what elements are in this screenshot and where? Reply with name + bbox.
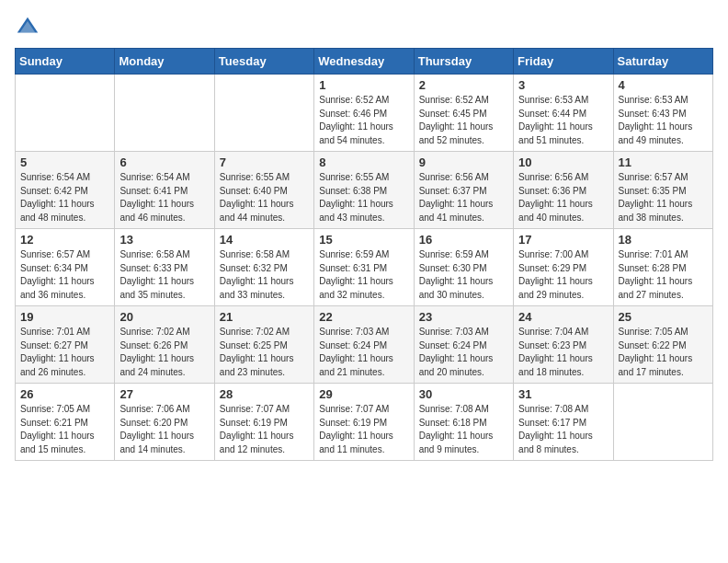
day-number: 5 — [20, 155, 109, 169]
day-number: 13 — [119, 233, 209, 247]
day-info: Sunrise: 7:04 AM Sunset: 6:23 PM Dayligh… — [518, 326, 608, 379]
calendar-cell: 13Sunrise: 6:58 AM Sunset: 6:33 PM Dayli… — [115, 229, 214, 306]
calendar-cell — [613, 384, 712, 461]
day-info: Sunrise: 7:02 AM Sunset: 6:26 PM Dayligh… — [119, 326, 209, 379]
day-info: Sunrise: 6:58 AM Sunset: 6:33 PM Dayligh… — [119, 248, 209, 302]
day-info: Sunrise: 7:01 AM Sunset: 6:28 PM Dayligh… — [619, 248, 708, 302]
day-info: Sunrise: 7:07 AM Sunset: 6:19 PM Dayligh… — [319, 403, 408, 456]
day-number: 18 — [619, 233, 708, 247]
calendar-cell: 26Sunrise: 7:05 AM Sunset: 6:21 PM Dayli… — [16, 384, 115, 461]
day-number: 3 — [518, 78, 608, 92]
calendar-cell: 1Sunrise: 6:52 AM Sunset: 6:46 PM Daylig… — [314, 75, 414, 152]
day-number: 26 — [20, 387, 109, 401]
day-info: Sunrise: 7:06 AM Sunset: 6:20 PM Dayligh… — [119, 403, 209, 456]
calendar-cell: 16Sunrise: 6:59 AM Sunset: 6:30 PM Dayli… — [414, 229, 513, 306]
calendar-week-3: 12Sunrise: 6:57 AM Sunset: 6:34 PM Dayli… — [16, 229, 713, 306]
day-number: 11 — [619, 155, 708, 169]
day-number: 4 — [619, 78, 708, 92]
calendar-cell: 11Sunrise: 6:57 AM Sunset: 6:35 PM Dayli… — [613, 152, 712, 229]
calendar-header-row: SundayMondayTuesdayWednesdayThursdayFrid… — [16, 49, 713, 75]
day-info: Sunrise: 6:54 AM Sunset: 6:42 PM Dayligh… — [20, 171, 109, 224]
day-info: Sunrise: 7:01 AM Sunset: 6:27 PM Dayligh… — [20, 326, 109, 379]
calendar-cell: 18Sunrise: 7:01 AM Sunset: 6:28 PM Dayli… — [613, 229, 712, 306]
calendar-cell: 3Sunrise: 6:53 AM Sunset: 6:44 PM Daylig… — [514, 75, 613, 152]
day-info: Sunrise: 7:00 AM Sunset: 6:29 PM Dayligh… — [518, 248, 608, 302]
day-number: 25 — [619, 310, 708, 324]
calendar-cell: 20Sunrise: 7:02 AM Sunset: 6:26 PM Dayli… — [115, 306, 214, 384]
day-info: Sunrise: 6:53 AM Sunset: 6:43 PM Dayligh… — [619, 94, 708, 147]
calendar-cell: 31Sunrise: 7:08 AM Sunset: 6:17 PM Dayli… — [514, 384, 613, 461]
calendar-cell: 5Sunrise: 6:54 AM Sunset: 6:42 PM Daylig… — [16, 152, 115, 229]
day-info: Sunrise: 6:56 AM Sunset: 6:37 PM Dayligh… — [419, 171, 508, 224]
calendar-cell: 25Sunrise: 7:05 AM Sunset: 6:22 PM Dayli… — [613, 306, 712, 384]
day-info: Sunrise: 6:59 AM Sunset: 6:31 PM Dayligh… — [319, 248, 408, 302]
day-info: Sunrise: 7:03 AM Sunset: 6:24 PM Dayligh… — [419, 326, 508, 379]
day-info: Sunrise: 7:08 AM Sunset: 6:18 PM Dayligh… — [419, 403, 508, 456]
calendar-week-5: 26Sunrise: 7:05 AM Sunset: 6:21 PM Dayli… — [16, 384, 713, 461]
day-info: Sunrise: 6:54 AM Sunset: 6:41 PM Dayligh… — [119, 171, 209, 224]
calendar-cell: 24Sunrise: 7:04 AM Sunset: 6:23 PM Dayli… — [514, 306, 613, 384]
day-number: 12 — [20, 233, 109, 247]
calendar-cell: 4Sunrise: 6:53 AM Sunset: 6:43 PM Daylig… — [613, 75, 712, 152]
day-number: 17 — [518, 233, 608, 247]
day-number: 6 — [119, 155, 209, 169]
calendar-header-friday: Friday — [514, 49, 613, 75]
calendar-cell: 9Sunrise: 6:56 AM Sunset: 6:37 PM Daylig… — [414, 152, 513, 229]
day-info: Sunrise: 7:08 AM Sunset: 6:17 PM Dayligh… — [518, 403, 608, 456]
day-number: 10 — [518, 155, 608, 169]
day-number: 16 — [419, 233, 508, 247]
calendar-cell: 7Sunrise: 6:55 AM Sunset: 6:40 PM Daylig… — [214, 152, 313, 229]
day-info: Sunrise: 7:03 AM Sunset: 6:24 PM Dayligh… — [319, 326, 408, 379]
calendar-cell: 6Sunrise: 6:54 AM Sunset: 6:41 PM Daylig… — [115, 152, 214, 229]
calendar-cell: 29Sunrise: 7:07 AM Sunset: 6:19 PM Dayli… — [314, 384, 414, 461]
calendar-cell — [16, 75, 115, 152]
day-info: Sunrise: 7:05 AM Sunset: 6:22 PM Dayligh… — [619, 326, 708, 379]
calendar-cell — [115, 75, 214, 152]
calendar-header-wednesday: Wednesday — [314, 49, 414, 75]
day-info: Sunrise: 6:57 AM Sunset: 6:34 PM Dayligh… — [20, 248, 109, 302]
day-info: Sunrise: 6:55 AM Sunset: 6:38 PM Dayligh… — [319, 171, 408, 224]
calendar-table: SundayMondayTuesdayWednesdayThursdayFrid… — [15, 48, 713, 461]
day-info: Sunrise: 6:55 AM Sunset: 6:40 PM Dayligh… — [220, 171, 309, 224]
calendar-cell: 22Sunrise: 7:03 AM Sunset: 6:24 PM Dayli… — [314, 306, 414, 384]
calendar-cell: 12Sunrise: 6:57 AM Sunset: 6:34 PM Dayli… — [16, 229, 115, 306]
day-info: Sunrise: 6:58 AM Sunset: 6:32 PM Dayligh… — [220, 248, 309, 302]
day-number: 9 — [419, 155, 508, 169]
calendar-cell: 17Sunrise: 7:00 AM Sunset: 6:29 PM Dayli… — [514, 229, 613, 306]
calendar-header-thursday: Thursday — [414, 49, 513, 75]
day-info: Sunrise: 6:52 AM Sunset: 6:45 PM Dayligh… — [419, 94, 508, 147]
day-number: 29 — [319, 387, 408, 401]
calendar-header-tuesday: Tuesday — [214, 49, 313, 75]
calendar-cell: 2Sunrise: 6:52 AM Sunset: 6:45 PM Daylig… — [414, 75, 513, 152]
day-number: 22 — [319, 310, 408, 324]
day-number: 27 — [119, 387, 209, 401]
calendar-cell: 8Sunrise: 6:55 AM Sunset: 6:38 PM Daylig… — [314, 152, 414, 229]
logo-icon — [15, 15, 40, 40]
day-info: Sunrise: 7:05 AM Sunset: 6:21 PM Dayligh… — [20, 403, 109, 456]
calendar-cell — [214, 75, 313, 152]
day-info: Sunrise: 6:56 AM Sunset: 6:36 PM Dayligh… — [518, 171, 608, 224]
day-number: 19 — [20, 310, 109, 324]
logo — [15, 15, 44, 40]
calendar-cell: 23Sunrise: 7:03 AM Sunset: 6:24 PM Dayli… — [414, 306, 513, 384]
day-info: Sunrise: 6:52 AM Sunset: 6:46 PM Dayligh… — [319, 94, 408, 147]
calendar-header-sunday: Sunday — [16, 49, 115, 75]
calendar-week-4: 19Sunrise: 7:01 AM Sunset: 6:27 PM Dayli… — [16, 306, 713, 384]
calendar-cell: 19Sunrise: 7:01 AM Sunset: 6:27 PM Dayli… — [16, 306, 115, 384]
day-number: 30 — [419, 387, 508, 401]
calendar-cell: 15Sunrise: 6:59 AM Sunset: 6:31 PM Dayli… — [314, 229, 414, 306]
day-number: 1 — [319, 78, 408, 92]
day-number: 14 — [220, 233, 309, 247]
day-info: Sunrise: 6:59 AM Sunset: 6:30 PM Dayligh… — [419, 248, 508, 302]
day-number: 7 — [220, 155, 309, 169]
calendar-week-2: 5Sunrise: 6:54 AM Sunset: 6:42 PM Daylig… — [16, 152, 713, 229]
calendar-header-monday: Monday — [115, 49, 214, 75]
day-number: 28 — [220, 387, 309, 401]
calendar-cell: 28Sunrise: 7:07 AM Sunset: 6:19 PM Dayli… — [214, 384, 313, 461]
calendar-cell: 30Sunrise: 7:08 AM Sunset: 6:18 PM Dayli… — [414, 384, 513, 461]
day-info: Sunrise: 6:57 AM Sunset: 6:35 PM Dayligh… — [619, 171, 708, 224]
calendar-cell: 10Sunrise: 6:56 AM Sunset: 6:36 PM Dayli… — [514, 152, 613, 229]
day-number: 24 — [518, 310, 608, 324]
day-info: Sunrise: 7:02 AM Sunset: 6:25 PM Dayligh… — [220, 326, 309, 379]
calendar-cell: 21Sunrise: 7:02 AM Sunset: 6:25 PM Dayli… — [214, 306, 313, 384]
